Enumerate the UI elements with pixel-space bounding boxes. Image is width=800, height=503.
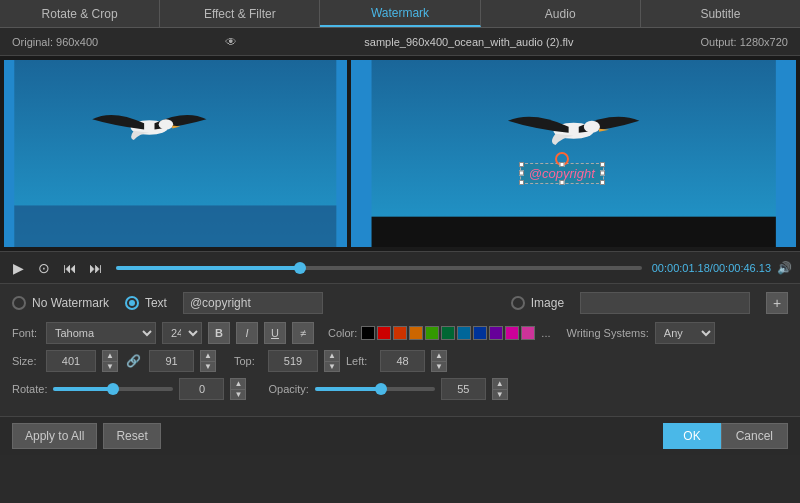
width-input[interactable] xyxy=(46,350,96,372)
font-row: Font: Tahoma Arial Times New Roman 24 12… xyxy=(12,322,788,344)
timeline-track[interactable] xyxy=(116,266,642,270)
cancel-button[interactable]: Cancel xyxy=(721,423,788,449)
rotate-up[interactable]: ▲ xyxy=(230,378,246,389)
color-swatch[interactable] xyxy=(409,326,423,340)
svg-rect-3 xyxy=(14,205,336,247)
opacity-value-input[interactable] xyxy=(441,378,486,400)
tab-audio[interactable]: Audio xyxy=(481,0,641,27)
prev-frame-button[interactable]: ⏮ xyxy=(60,258,80,278)
corner-handle-bl[interactable] xyxy=(519,180,524,185)
color-swatch[interactable] xyxy=(473,326,487,340)
svg-point-6 xyxy=(583,121,599,133)
opacity-slider[interactable] xyxy=(315,387,435,391)
text-watermark-label: Text xyxy=(145,296,167,310)
color-swatch[interactable] xyxy=(377,326,391,340)
corner-handle-br[interactable] xyxy=(600,180,605,185)
image-watermark-label: Image xyxy=(531,296,564,310)
corner-handle-mr[interactable] xyxy=(600,171,605,176)
watermark-overlay[interactable]: @copyright xyxy=(520,163,604,184)
opacity-spinner: ▲ ▼ xyxy=(492,378,508,400)
rotate-value-input[interactable] xyxy=(179,378,224,400)
stop-button[interactable]: ⊙ xyxy=(34,258,54,278)
height-input[interactable] xyxy=(149,350,194,372)
radio-dot xyxy=(129,300,135,306)
rotate-slider[interactable] xyxy=(53,387,173,391)
width-down[interactable]: ▼ xyxy=(102,361,118,372)
corner-handle-ml[interactable] xyxy=(519,171,524,176)
opacity-down[interactable]: ▼ xyxy=(492,389,508,400)
volume-icon[interactable]: 🔊 xyxy=(777,261,792,275)
eye-icon[interactable]: 👁 xyxy=(225,35,237,49)
color-label: Color: xyxy=(328,327,357,339)
image-path-input[interactable] xyxy=(580,292,750,314)
color-swatch[interactable] xyxy=(441,326,455,340)
more-colors-button[interactable]: ... xyxy=(539,327,552,339)
time-display: 00:00:01.18/00:00:46.13 xyxy=(652,262,771,274)
underline-button[interactable]: U xyxy=(264,322,286,344)
italic-button[interactable]: I xyxy=(236,322,258,344)
font-select[interactable]: Tahoma Arial Times New Roman xyxy=(46,322,156,344)
rotate-down[interactable]: ▼ xyxy=(230,389,246,400)
image-watermark-option[interactable]: Image xyxy=(511,296,564,310)
rotate-spinner: ▲ ▼ xyxy=(230,378,246,400)
image-watermark-radio[interactable] xyxy=(511,296,525,310)
no-watermark-radio[interactable] xyxy=(12,296,26,310)
top-up[interactable]: ▲ xyxy=(324,350,340,361)
color-swatch[interactable] xyxy=(505,326,519,340)
color-swatch[interactable] xyxy=(361,326,375,340)
color-swatch[interactable] xyxy=(393,326,407,340)
opacity-slider-fill xyxy=(315,387,381,391)
controls-panel: No Watermark Text Image + Font: Tahoma A… xyxy=(0,283,800,416)
font-size-select[interactable]: 24 12 16 32 48 xyxy=(162,322,202,344)
corner-handle-bm[interactable] xyxy=(559,180,564,185)
opacity-label: Opacity: xyxy=(268,383,308,395)
color-swatch[interactable] xyxy=(457,326,471,340)
font-label: Font: xyxy=(12,327,40,339)
top-down[interactable]: ▼ xyxy=(324,361,340,372)
tab-bar: Rotate & Crop Effect & Filter Watermark … xyxy=(0,0,800,28)
tab-effect-filter[interactable]: Effect & Filter xyxy=(160,0,320,27)
ok-button[interactable]: OK xyxy=(663,423,720,449)
left-spinner: ▲ ▼ xyxy=(431,350,447,372)
bottom-left-buttons: Apply to All Reset xyxy=(12,423,161,449)
no-watermark-option[interactable]: No Watermark xyxy=(12,296,109,310)
watermark-text-input[interactable] xyxy=(183,292,323,314)
color-swatch[interactable] xyxy=(425,326,439,340)
color-swatch[interactable] xyxy=(489,326,503,340)
timeline-thumb[interactable] xyxy=(294,262,306,274)
add-image-button[interactable]: + xyxy=(766,292,788,314)
tab-subtitle[interactable]: Subtitle xyxy=(641,0,800,27)
opacity-up[interactable]: ▲ xyxy=(492,378,508,389)
corner-handle-tm[interactable] xyxy=(559,162,564,167)
left-up[interactable]: ▲ xyxy=(431,350,447,361)
link-dimensions-icon[interactable]: 🔗 xyxy=(124,354,143,368)
tab-rotate-crop[interactable]: Rotate & Crop xyxy=(0,0,160,27)
tab-watermark[interactable]: Watermark xyxy=(320,0,480,27)
file-name: sample_960x400_ocean_with_audio (2).flv xyxy=(364,36,573,48)
height-up[interactable]: ▲ xyxy=(200,350,216,361)
left-down[interactable]: ▼ xyxy=(431,361,447,372)
text-watermark-radio[interactable] xyxy=(125,296,139,310)
text-watermark-option[interactable]: Text xyxy=(125,296,167,310)
reset-button[interactable]: Reset xyxy=(103,423,160,449)
corner-handle-tl[interactable] xyxy=(519,162,524,167)
top-spinner: ▲ ▼ xyxy=(324,350,340,372)
opacity-slider-thumb[interactable] xyxy=(375,383,387,395)
writing-systems-select[interactable]: Any Latin xyxy=(655,322,715,344)
play-button[interactable]: ▶ xyxy=(8,258,28,278)
svg-point-2 xyxy=(159,119,174,129)
strikethrough-button[interactable]: ≠ xyxy=(292,322,314,344)
top-label: Top: xyxy=(234,355,262,367)
corner-handle-tr[interactable] xyxy=(600,162,605,167)
top-input[interactable] xyxy=(268,350,318,372)
watermark-type-row: No Watermark Text Image + xyxy=(12,292,788,314)
next-frame-button[interactable]: ⏭ xyxy=(86,258,106,278)
rotate-slider-thumb[interactable] xyxy=(107,383,119,395)
color-swatch[interactable] xyxy=(521,326,535,340)
apply-to-all-button[interactable]: Apply to All xyxy=(12,423,97,449)
width-up[interactable]: ▲ xyxy=(102,350,118,361)
height-down[interactable]: ▼ xyxy=(200,361,216,372)
left-input[interactable] xyxy=(380,350,425,372)
bold-button[interactable]: B xyxy=(208,322,230,344)
bottom-right-buttons: OK Cancel xyxy=(657,423,788,449)
